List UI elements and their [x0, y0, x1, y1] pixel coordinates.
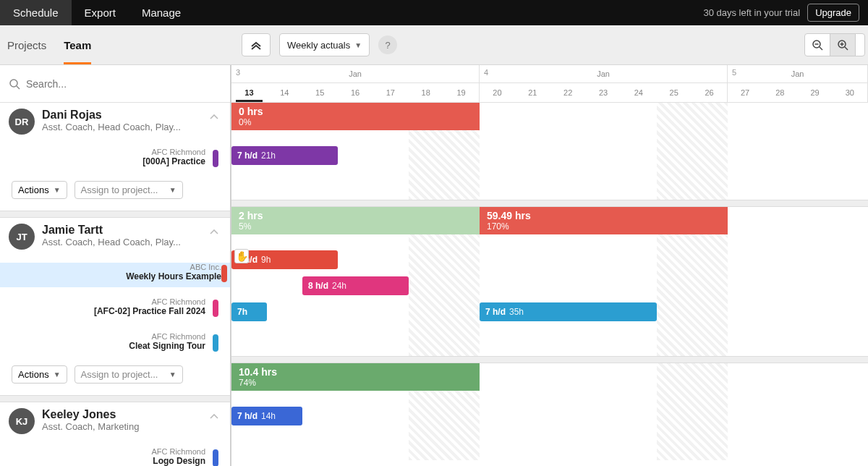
assignment-row[interactable]: ABC Inc. Weekly Hours Example: [0, 263, 230, 287]
assignment-name: Cleat Signing Tour: [9, 341, 205, 351]
assignment-color-dot: [213, 334, 218, 352]
chevron-down-icon: ▼: [169, 186, 176, 194]
assignment-name: Weekly Hours Example: [9, 271, 221, 281]
week-block: 3Jan13141516171819: [231, 65, 480, 102]
timeline-assignment-row: 7 h/d14h: [231, 402, 868, 428]
summary-percent: 170%: [487, 221, 720, 232]
avatar[interactable]: DR: [9, 109, 35, 135]
task-bar[interactable]: 7 h/d35h: [480, 302, 657, 321]
week-number: 4: [484, 68, 488, 77]
zoom-in-button[interactable]: [830, 33, 856, 56]
day-header[interactable]: 15: [302, 83, 338, 102]
summary-bar[interactable]: 2 hrs5%: [231, 207, 480, 234]
search-row: [0, 65, 230, 103]
subtab-team[interactable]: Team: [64, 25, 91, 64]
day-header[interactable]: 24: [621, 83, 656, 102]
view-mode-select[interactable]: Weekly actuals ▼: [279, 33, 370, 56]
person-name[interactable]: Jamie Tartt: [42, 224, 181, 237]
day-header[interactable]: 26: [692, 83, 727, 102]
day-header[interactable]: 28: [762, 83, 797, 102]
tab-export[interactable]: Export: [72, 0, 129, 25]
week-month: Jan: [231, 69, 479, 78]
day-header[interactable]: 29: [798, 83, 833, 102]
task-total: 35h: [509, 307, 524, 317]
person-row: JTJamie Tartt Asst. Coach, Head Coach, P…: [0, 218, 230, 395]
search-icon: [9, 78, 20, 90]
assignment-client: AFC Richmond: [9, 447, 205, 456]
task-rate: 7 h/d: [485, 307, 506, 317]
assignment-row[interactable]: AFC Richmond [000A] Practice: [9, 148, 221, 172]
help-button[interactable]: ?: [378, 35, 397, 54]
day-header[interactable]: 23: [586, 83, 621, 102]
avatar[interactable]: KJ: [9, 408, 35, 434]
day-header[interactable]: 13: [231, 83, 267, 102]
svg-point-7: [10, 80, 17, 87]
summary-hours: 2 hrs: [239, 210, 472, 221]
tab-schedule[interactable]: Schedule: [0, 0, 72, 25]
assign-project-select[interactable]: Assign to project...▼: [75, 365, 183, 384]
actions-button[interactable]: Actions▼: [12, 181, 67, 199]
day-header[interactable]: 18: [408, 83, 443, 102]
avatar[interactable]: JT: [9, 224, 35, 250]
person-name[interactable]: Dani Rojas: [42, 109, 181, 122]
day-header[interactable]: 21: [515, 83, 550, 102]
main-grid: DRDani Rojas Asst. Coach, Head Coach, Pl…: [0, 65, 868, 466]
task-bar[interactable]: 7 h/d14h: [231, 407, 302, 425]
side-column: DRDani Rojas Asst. Coach, Head Coach, Pl…: [0, 65, 231, 466]
person-row: KJKeeley Jones Asst. Coach, MarketingAFC…: [0, 402, 230, 466]
assignment-client: AFC Richmond: [9, 297, 205, 306]
summary-bar[interactable]: 59.49 hrs170%: [480, 207, 728, 234]
upgrade-button[interactable]: Upgrade: [807, 4, 859, 22]
assignment-client: ABC Inc.: [9, 263, 221, 271]
summary-percent: 5%: [239, 221, 472, 232]
task-bar[interactable]: 8 h/d24h: [302, 276, 409, 295]
collapse-icon[interactable]: [210, 229, 218, 235]
more-zoom-button[interactable]: [855, 33, 865, 56]
week-number: 3: [236, 68, 240, 77]
summary-hours: 0 hrs: [239, 106, 472, 117]
zoom-out-button[interactable]: [804, 33, 830, 56]
day-header[interactable]: 20: [480, 83, 515, 102]
timeline-header: 3Jan131415161718194Jan202122232425265Jan…: [231, 65, 868, 103]
day-header[interactable]: 16: [338, 83, 373, 102]
assignment-row[interactable]: AFC Richmond [AFC-02] Practice Fall 2024: [9, 297, 221, 322]
collapse-icon[interactable]: [210, 114, 218, 120]
assignment-client: AFC Richmond: [9, 332, 205, 341]
summary-bar[interactable]: 0 hrs0%: [231, 103, 480, 130]
toolbar: Projects Team Weekly actuals ▼ ?: [0, 25, 868, 65]
assignment-row[interactable]: AFC Richmond Cleat Signing Tour: [9, 332, 221, 357]
task-total: 24h: [332, 281, 346, 291]
day-header[interactable]: 14: [267, 83, 302, 102]
person-row: DRDani Rojas Asst. Coach, Head Coach, Pl…: [0, 103, 230, 211]
topbar: Schedule Export Manage 30 days left in y…: [0, 0, 868, 25]
task-total: 21h: [261, 151, 276, 161]
assign-project-select[interactable]: Assign to project...▼: [75, 181, 183, 199]
chevron-down-icon: ▼: [354, 41, 362, 49]
collapse-all-button[interactable]: [242, 33, 271, 56]
task-bar[interactable]: 3 h/d9h✋: [231, 250, 338, 269]
week-block: 4Jan20212223242526: [480, 65, 728, 102]
trial-text: 30 days left in your trial: [703, 7, 800, 18]
day-header[interactable]: 22: [550, 83, 586, 102]
assignment-color-dot: [213, 449, 218, 466]
summary-bar[interactable]: 10.4 hrs74%: [231, 363, 480, 391]
day-header[interactable]: 30: [833, 83, 867, 102]
person-role: Asst. Coach, Marketing: [42, 421, 139, 432]
assignment-row[interactable]: AFC Richmond Logo Design: [9, 447, 221, 466]
chevron-down-icon: ▼: [54, 186, 61, 194]
search-input[interactable]: [26, 78, 221, 90]
timeline-assignment-row: 8 h/d24h: [231, 272, 868, 298]
collapse-icon[interactable]: [210, 414, 218, 420]
day-header[interactable]: 17: [373, 83, 408, 102]
day-header[interactable]: 27: [728, 83, 762, 102]
day-header[interactable]: 19: [443, 83, 479, 102]
tab-manage[interactable]: Manage: [129, 0, 194, 25]
task-bar[interactable]: 7h: [231, 302, 267, 321]
summary-percent: 0%: [239, 117, 472, 127]
person-name[interactable]: Keeley Jones: [42, 408, 139, 421]
subtab-projects[interactable]: Projects: [7, 25, 46, 64]
actions-button[interactable]: Actions▼: [12, 365, 67, 384]
summary-row: 10.4 hrs74%: [231, 363, 868, 392]
task-bar[interactable]: 7 h/d21h: [231, 146, 338, 165]
day-header[interactable]: 25: [656, 83, 692, 102]
